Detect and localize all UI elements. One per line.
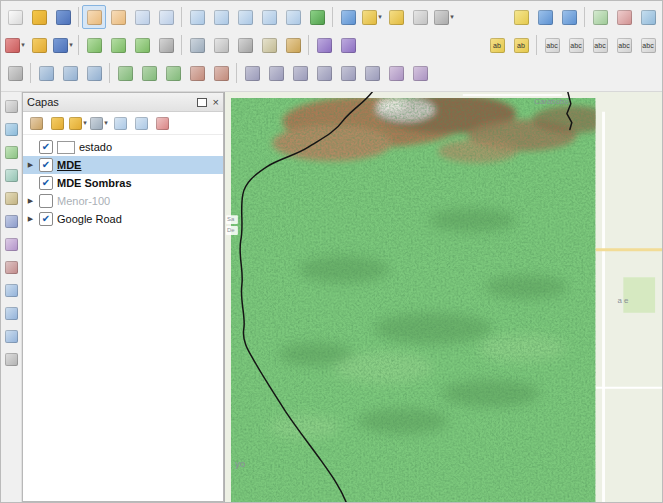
pan-map-icon[interactable] [82, 5, 106, 29]
add-wcs-layer-icon[interactable] [1, 303, 21, 323]
offset-curve-icon[interactable] [240, 61, 264, 85]
collapse-all-icon[interactable] [131, 113, 151, 133]
add-wfs-layer-icon[interactable] [1, 326, 21, 346]
split-features-icon[interactable] [288, 61, 312, 85]
add-group-icon[interactable] [47, 113, 67, 133]
trim-extend-icon[interactable] [408, 61, 432, 85]
add-point-feature-icon[interactable] [82, 33, 106, 57]
redo-icon[interactable] [336, 33, 360, 57]
add-line-feature-icon[interactable] [106, 33, 130, 57]
zoom-in-icon[interactable] [130, 5, 154, 29]
open-attribute-table-icon[interactable] [408, 5, 432, 29]
simplify-feature-icon[interactable] [82, 61, 106, 85]
deselect-features-icon[interactable] [384, 5, 408, 29]
osm-place-search-icon[interactable] [612, 5, 636, 29]
layer-item-mde-sombras[interactable]: ✔MDE Sombras [23, 174, 223, 192]
identify-features-icon[interactable] [336, 5, 360, 29]
save-layer-edits-icon[interactable]: ▾ [51, 33, 75, 57]
delete-ring-icon[interactable] [185, 61, 209, 85]
data-source-manager-icon[interactable] [1, 96, 21, 116]
layer-item-mde[interactable]: ▶✔MDE [23, 156, 223, 174]
layer-diagram-icon[interactable]: ab [509, 33, 533, 57]
show-bookmarks-icon[interactable] [557, 5, 581, 29]
delete-part-icon[interactable] [209, 61, 233, 85]
label-change-icon[interactable]: abc [636, 33, 660, 57]
zoom-out-icon[interactable] [154, 5, 178, 29]
map-view[interactable]: Caraboboa eSaDeyo [225, 92, 662, 502]
dropdown-arrow-icon[interactable]: ▾ [104, 119, 108, 127]
map-canvas[interactable]: Caraboboa eSaDeyo [224, 92, 662, 502]
layer-label[interactable]: Menor-100 [57, 195, 110, 207]
remove-layer-icon[interactable] [152, 113, 172, 133]
move-feature-icon[interactable] [185, 33, 209, 57]
layer-checkbox[interactable]: ✔ [39, 212, 53, 226]
layer-checkbox[interactable]: ✔ [39, 140, 53, 154]
zoom-last-icon[interactable] [257, 5, 281, 29]
dropdown-arrow-icon[interactable]: ▾ [21, 41, 25, 49]
add-vector-layer-icon[interactable] [1, 119, 21, 139]
rotate-feature-icon[interactable] [58, 61, 82, 85]
layer-checkbox[interactable]: ✔ [39, 158, 53, 172]
close-panel-icon[interactable]: × [213, 97, 219, 108]
pan-to-selection-icon[interactable] [106, 5, 130, 29]
undo-icon[interactable] [312, 33, 336, 57]
merge-attributes-icon[interactable] [360, 61, 384, 85]
dropdown-arrow-icon[interactable]: ▾ [69, 41, 73, 49]
split-parts-icon[interactable] [312, 61, 336, 85]
zoom-full-icon[interactable] [185, 5, 209, 29]
dropdown-arrow-icon[interactable]: ▾ [450, 13, 454, 21]
map-tips-icon[interactable] [509, 5, 533, 29]
expander-icon[interactable]: ▶ [26, 215, 35, 223]
measure-icon[interactable]: ▾ [432, 5, 456, 29]
layer-checkbox[interactable] [39, 194, 53, 208]
layer-label[interactable]: MDE Sombras [57, 177, 132, 189]
add-wms-layer-icon[interactable] [1, 280, 21, 300]
layer-label[interactable]: MDE [57, 159, 81, 171]
label-move-icon[interactable]: abc [588, 33, 612, 57]
add-ring-icon[interactable] [113, 61, 137, 85]
expand-all-icon[interactable] [110, 113, 130, 133]
add-part-icon[interactable] [137, 61, 161, 85]
label-highlight-icon[interactable]: abc [564, 33, 588, 57]
enable-advanced-digitizing-icon[interactable] [3, 61, 27, 85]
layer-checkbox[interactable]: ✔ [39, 176, 53, 190]
project-save-icon[interactable] [51, 5, 75, 29]
layer-label[interactable]: Google Road [57, 213, 122, 225]
statistical-summary-icon[interactable] [636, 5, 660, 29]
project-open-icon[interactable] [27, 5, 51, 29]
new-bookmark-icon[interactable] [533, 5, 557, 29]
layer-item-estado[interactable]: ✔estado [23, 138, 223, 156]
open-layer-styling-icon[interactable] [26, 113, 46, 133]
layer-item-google-road[interactable]: ▶✔Google Road [23, 210, 223, 228]
expander-icon[interactable]: ▶ [26, 197, 35, 205]
add-raster-layer-icon[interactable] [1, 142, 21, 162]
current-edits-icon[interactable]: ▾ [3, 33, 27, 57]
delete-selected-icon[interactable] [209, 33, 233, 57]
layer-label[interactable]: estado [79, 141, 112, 153]
label-pin-unpin-icon[interactable]: abc [540, 33, 564, 57]
add-spatialite-layer-icon[interactable] [1, 234, 21, 254]
zoom-to-selection-icon[interactable] [209, 5, 233, 29]
float-panel-icon[interactable] [197, 98, 207, 107]
zoom-next-icon[interactable] [281, 5, 305, 29]
merge-features-icon[interactable] [336, 61, 360, 85]
layer-labeling-icon[interactable]: ab [485, 33, 509, 57]
rotate-point-symbols-icon[interactable] [384, 61, 408, 85]
copy-features-icon[interactable] [257, 33, 281, 57]
cut-features-icon[interactable] [233, 33, 257, 57]
add-delimited-text-icon[interactable] [1, 188, 21, 208]
select-features-icon[interactable]: ▾ [360, 5, 384, 29]
new-virtual-layer-icon[interactable] [1, 349, 21, 369]
filter-legend-icon[interactable]: ▾ [68, 113, 88, 133]
add-polygon-feature-icon[interactable] [130, 33, 154, 57]
toggle-editing-icon[interactable] [27, 33, 51, 57]
project-new-icon[interactable] [3, 5, 27, 29]
add-postgis-layer-icon[interactable] [1, 211, 21, 231]
map-refresh-icon[interactable] [305, 5, 329, 29]
fill-ring-icon[interactable] [161, 61, 185, 85]
expander-icon[interactable]: ▶ [26, 161, 35, 169]
dropdown-arrow-icon[interactable]: ▾ [378, 13, 382, 21]
layer-item-menor-100[interactable]: ▶Menor-100 [23, 192, 223, 210]
add-mssql-layer-icon[interactable] [1, 257, 21, 277]
move-feature-copy-icon[interactable] [34, 61, 58, 85]
